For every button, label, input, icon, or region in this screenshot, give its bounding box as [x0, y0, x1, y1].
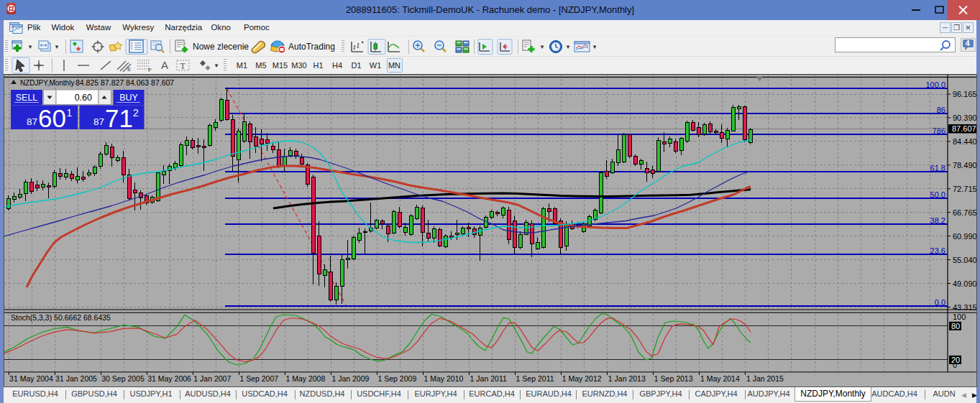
svg-text:30 Sep 2005: 30 Sep 2005 — [101, 374, 145, 383]
svg-text:100: 100 — [953, 312, 966, 321]
svg-text:87.607: 87.607 — [952, 124, 976, 133]
svg-text:100.0: 100.0 — [925, 80, 945, 89]
svg-text:1 May 2014: 1 May 2014 — [700, 374, 740, 383]
svg-text:0: 0 — [953, 361, 957, 369]
svg-text:71: 71 — [105, 104, 133, 132]
svg-text:31 May 2006: 31 May 2006 — [147, 374, 191, 383]
svg-text:1 May 2008: 1 May 2008 — [285, 374, 325, 383]
svg-text:T: T — [180, 61, 186, 71]
svg-text:61.8: 61.8 — [930, 164, 945, 172]
svg-text:BUY: BUY — [119, 93, 138, 103]
svg-text:66.765: 66.765 — [953, 208, 976, 217]
svg-text:49.090: 49.090 — [953, 279, 976, 288]
svg-text:38.2: 38.2 — [930, 216, 945, 225]
svg-text:87: 87 — [93, 116, 104, 127]
svg-text:87: 87 — [27, 116, 37, 127]
svg-text:60.990: 60.990 — [953, 232, 976, 241]
svg-text:50.0: 50.0 — [930, 190, 945, 199]
svg-text:84.825 87.827 84.063 87.607: 84.825 87.827 84.063 87.607 — [75, 78, 174, 87]
svg-text:1 May 2010: 1 May 2010 — [424, 374, 464, 383]
svg-text:78.490: 78.490 — [953, 161, 976, 170]
svg-text:1 Sep 2013: 1 Sep 2013 — [654, 374, 693, 383]
svg-text:72.715: 72.715 — [953, 185, 976, 193]
svg-text:1 Sep 2009: 1 Sep 2009 — [378, 374, 417, 383]
svg-text:786: 786 — [933, 126, 945, 135]
svg-text:43.315: 43.315 — [953, 303, 976, 312]
svg-text:96.165: 96.165 — [953, 90, 976, 98]
svg-text:2: 2 — [133, 107, 139, 119]
svg-text:NZDJPY,Monthly: NZDJPY,Monthly — [20, 79, 74, 87]
svg-text:4: 4 — [966, 40, 970, 47]
svg-text:A: A — [161, 59, 168, 71]
svg-text:1 Sep 2007: 1 Sep 2007 — [239, 374, 278, 383]
svg-text:1 Jan 2013: 1 Jan 2013 — [608, 374, 646, 383]
svg-text:1 May 2012: 1 May 2012 — [562, 374, 602, 383]
svg-text:1 Jan 2015: 1 Jan 2015 — [746, 374, 784, 383]
svg-text:F: F — [148, 67, 152, 73]
svg-text:60: 60 — [38, 104, 66, 132]
svg-text:23.6: 23.6 — [930, 246, 945, 255]
svg-text:1 Jan 2011: 1 Jan 2011 — [470, 374, 507, 383]
svg-text:0.0: 0.0 — [935, 298, 945, 307]
svg-text:86: 86 — [937, 106, 945, 114]
svg-text:0.60: 0.60 — [75, 93, 92, 103]
svg-text:SELL: SELL — [16, 93, 38, 103]
svg-text:84.440: 84.440 — [953, 137, 976, 146]
svg-text:E: E — [127, 66, 131, 73]
svg-text:80: 80 — [951, 322, 960, 330]
svg-text:1 Sep 2011: 1 Sep 2011 — [516, 374, 554, 383]
svg-text:31 Jan 2005: 31 Jan 2005 — [55, 374, 97, 383]
svg-text:1 Jan 2009: 1 Jan 2009 — [331, 374, 369, 383]
svg-text:31 May 2004: 31 May 2004 — [9, 374, 53, 383]
svg-text:1 Jan 2007: 1 Jan 2007 — [193, 374, 231, 383]
svg-text:Stoch(5,3,3) 50.6662 68.6435: Stoch(5,3,3) 50.6662 68.6435 — [11, 313, 111, 322]
svg-text:90.390: 90.390 — [953, 114, 976, 122]
svg-text:55.040: 55.040 — [953, 256, 976, 264]
svg-text:1: 1 — [67, 107, 73, 119]
